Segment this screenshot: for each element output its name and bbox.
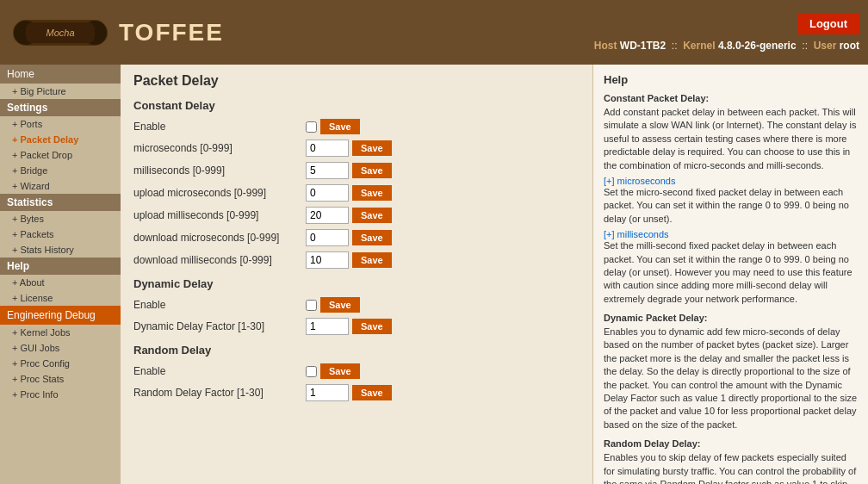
random-factor-row: Random Delay Factor [1-30] Save: [133, 384, 580, 401]
sidebar-item-ports[interactable]: + Ports: [0, 116, 121, 132]
page-title: Packet Delay: [133, 73, 580, 89]
sidebar-item-big-picture[interactable]: + Big Picture: [0, 84, 121, 99]
milliseconds-label: milliseconds [0-999]: [133, 164, 306, 177]
kernel-label: Kernel: [683, 40, 715, 52]
logo-area: Mocha TOFFEE: [9, 7, 224, 59]
microseconds-input[interactable]: [306, 140, 349, 157]
random-factor-label: Random Delay Factor [1-30]: [133, 387, 306, 399]
dynamic-enable-checkbox[interactable]: [306, 300, 317, 311]
download-milliseconds-label: download milliseconds [0-999]: [133, 254, 306, 266]
help-microseconds-text: Set the micro-second fixed packet delay …: [604, 186, 858, 226]
help-dynamic-title: Dynamic Packet Delay:: [604, 313, 858, 323]
sidebar-item-wizard[interactable]: + Wizard: [0, 178, 121, 194]
sidebar-item-home[interactable]: Home: [0, 65, 121, 84]
random-delay-section-title: Random Delay: [133, 344, 580, 357]
logo-icon: Mocha: [9, 7, 112, 59]
download-microseconds-row: download microseconds [0-999] Save: [133, 229, 580, 246]
download-microseconds-label: download microseconds [0-999]: [133, 232, 306, 244]
host-label: Host: [594, 40, 617, 52]
constant-enable-save-button[interactable]: Save: [320, 119, 360, 134]
milliseconds-save-button[interactable]: Save: [352, 163, 392, 178]
upload-microseconds-save-button[interactable]: Save: [352, 185, 392, 201]
logout-button[interactable]: Logout: [797, 13, 859, 34]
sidebar-item-engineering-debug[interactable]: Engineering Debug: [0, 306, 121, 325]
help-constant-title: Constant Packet Delay:: [604, 93, 858, 103]
help-dynamic-text: Enables you to dynamic add few micro-sec…: [604, 326, 858, 431]
upload-microseconds-row: upload microseconds [0-999] Save: [133, 184, 580, 202]
download-microseconds-save-button[interactable]: Save: [352, 230, 392, 245]
upload-milliseconds-row: upload milliseconds [0-999] Save: [133, 207, 580, 224]
download-microseconds-input[interactable]: [306, 229, 349, 246]
constant-enable-label: Enable: [133, 121, 306, 133]
constant-delay-section-title: Constant Delay: [133, 99, 580, 112]
upload-microseconds-label: upload microseconds [0-999]: [133, 187, 306, 199]
dynamic-factor-input[interactable]: [306, 318, 349, 335]
random-enable-row: Enable Save: [133, 363, 580, 379]
constant-enable-checkbox[interactable]: [306, 121, 317, 133]
dynamic-factor-save-button[interactable]: Save: [352, 319, 392, 334]
sidebar-item-gui-jobs[interactable]: + GUI Jobs: [0, 340, 121, 356]
sidebar-item-license[interactable]: + License: [0, 290, 121, 306]
help-random-text: Enables you to skip delay of few packets…: [604, 451, 858, 484]
microseconds-save-button[interactable]: Save: [352, 140, 392, 156]
sidebar-item-packet-delay[interactable]: + Packet Delay: [0, 132, 121, 147]
help-microseconds-link[interactable]: [+] microseconds: [604, 176, 675, 186]
dynamic-enable-label: Enable: [133, 299, 306, 311]
microseconds-label: microseconds [0-999]: [133, 142, 306, 154]
main-content: Packet Delay Constant Delay Enable Save …: [121, 65, 592, 484]
sidebar-item-settings[interactable]: Settings: [0, 99, 121, 116]
help-panel: Help Constant Packet Delay: Add constant…: [592, 65, 868, 484]
milliseconds-input[interactable]: [306, 162, 349, 179]
host-value: WD-1TB2: [620, 40, 666, 52]
constant-enable-row: Enable Save: [133, 119, 580, 134]
sidebar: Home + Big Picture Settings + Ports + Pa…: [0, 65, 121, 484]
sidebar-item-proc-info[interactable]: + Proc Info: [0, 387, 121, 402]
sidebar-item-packets[interactable]: + Packets: [0, 226, 121, 242]
sidebar-item-about[interactable]: + About: [0, 275, 121, 290]
dynamic-enable-row: Enable Save: [133, 297, 580, 313]
sidebar-item-proc-stats[interactable]: + Proc Stats: [0, 371, 121, 387]
sidebar-item-stats-history[interactable]: + Stats History: [0, 242, 121, 258]
dynamic-enable-save-button[interactable]: Save: [320, 297, 360, 313]
header-right: Logout Host WD-1TB2 :: Kernel 4.8.0-26-g…: [594, 13, 859, 52]
microseconds-row: microseconds [0-999] Save: [133, 140, 580, 157]
milliseconds-row: milliseconds [0-999] Save: [133, 162, 580, 179]
sidebar-item-packet-drop[interactable]: + Packet Drop: [0, 147, 121, 163]
sidebar-item-bridge[interactable]: + Bridge: [0, 163, 121, 178]
host-info: Host WD-1TB2 :: Kernel 4.8.0-26-generic …: [594, 40, 859, 52]
random-enable-checkbox[interactable]: [306, 366, 317, 377]
logo-title: TOFFEE: [119, 19, 224, 47]
upload-milliseconds-input[interactable]: [306, 207, 349, 224]
download-milliseconds-row: download milliseconds [0-999] Save: [133, 251, 580, 269]
svg-text:Mocha: Mocha: [46, 28, 74, 38]
header: Mocha TOFFEE Logout Host WD-1TB2 :: Kern…: [0, 0, 868, 65]
random-enable-label: Enable: [133, 365, 306, 377]
user-value: root: [840, 40, 859, 52]
download-milliseconds-save-button[interactable]: Save: [352, 252, 392, 268]
help-milliseconds-text: Set the milli-second fixed packet delay …: [604, 239, 858, 306]
help-random-title: Random Delay Delay:: [604, 438, 858, 449]
sidebar-item-statistics[interactable]: Statistics: [0, 194, 121, 211]
sidebar-item-proc-config[interactable]: + Proc Config: [0, 356, 121, 371]
content-area: Packet Delay Constant Delay Enable Save …: [121, 65, 868, 484]
sidebar-item-bytes[interactable]: + Bytes: [0, 211, 121, 226]
kernel-value: 4.8.0-26-generic: [718, 40, 797, 52]
user-label: User: [814, 40, 837, 52]
upload-milliseconds-label: upload milliseconds [0-999]: [133, 209, 306, 221]
upload-milliseconds-save-button[interactable]: Save: [352, 208, 392, 223]
random-factor-save-button[interactable]: Save: [352, 385, 392, 400]
dynamic-delay-section-title: Dynamic Delay: [133, 277, 580, 290]
sidebar-item-kernel-jobs[interactable]: + Kernel Jobs: [0, 325, 121, 340]
help-constant-text: Add constant packet delay in between eac…: [604, 106, 858, 172]
main-layout: Home + Big Picture Settings + Ports + Pa…: [0, 65, 868, 484]
download-milliseconds-input[interactable]: [306, 251, 349, 269]
random-enable-save-button[interactable]: Save: [320, 363, 360, 379]
random-factor-input[interactable]: [306, 384, 349, 401]
upload-microseconds-input[interactable]: [306, 184, 349, 202]
dynamic-factor-row: Dynamic Delay Factor [1-30] Save: [133, 318, 580, 335]
help-title: Help: [604, 73, 858, 86]
help-milliseconds-link[interactable]: [+] milliseconds: [604, 229, 669, 239]
sidebar-item-help[interactable]: Help: [0, 258, 121, 275]
dynamic-factor-label: Dynamic Delay Factor [1-30]: [133, 320, 306, 332]
